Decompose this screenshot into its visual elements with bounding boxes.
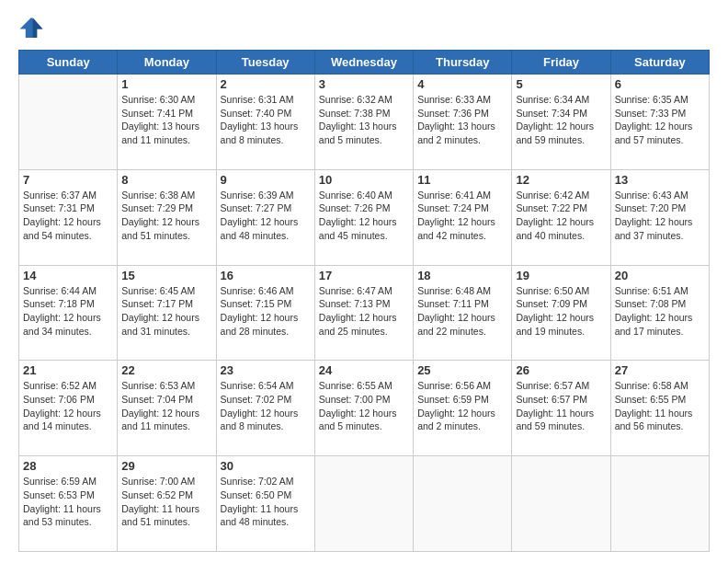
sunset-text: Sunset: 6:57 PM — [516, 393, 606, 407]
sunset-text: Sunset: 7:02 PM — [221, 393, 311, 407]
daylight-text: Daylight: 12 hours and 40 minutes. — [516, 215, 606, 242]
sunrise-text: Sunrise: 6:33 AM — [417, 93, 507, 107]
daylight-text: Daylight: 12 hours and 17 minutes. — [615, 311, 705, 338]
sunrise-text: Sunrise: 6:41 AM — [417, 189, 507, 202]
calendar-cell: 17 Sunrise: 6:47 AM Sunset: 7:13 PM Dayl… — [314, 265, 413, 361]
sunset-text: Sunset: 7:04 PM — [121, 393, 211, 407]
calendar-cell: 21 Sunrise: 6:52 AM Sunset: 7:06 PM Dayl… — [19, 361, 118, 456]
calendar-cell — [19, 75, 118, 170]
sunrise-text: Sunrise: 6:58 AM — [615, 379, 705, 393]
sunrise-text: Sunrise: 7:02 AM — [221, 475, 311, 488]
sunset-text: Sunset: 7:34 PM — [516, 107, 606, 121]
calendar-week-row: 14 Sunrise: 6:44 AM Sunset: 7:18 PM Dayl… — [19, 265, 710, 361]
day-number: 29 — [121, 459, 211, 473]
day-number: 2 — [221, 77, 311, 91]
calendar-cell: 25 Sunrise: 6:56 AM Sunset: 6:59 PM Dayl… — [414, 361, 512, 456]
sunset-text: Sunset: 7:11 PM — [417, 297, 507, 311]
calendar-week-row: 28 Sunrise: 6:59 AM Sunset: 6:53 PM Dayl… — [19, 456, 710, 552]
calendar-cell: 10 Sunrise: 6:40 AM Sunset: 7:26 PM Dayl… — [314, 169, 413, 265]
calendar-cell: 22 Sunrise: 6:53 AM Sunset: 7:04 PM Dayl… — [118, 361, 216, 456]
sunrise-text: Sunrise: 6:42 AM — [516, 189, 606, 202]
day-number: 25 — [417, 363, 507, 377]
day-number: 20 — [615, 269, 705, 282]
day-number: 4 — [417, 77, 507, 91]
calendar-table: SundayMondayTuesdayWednesdayThursdayFrid… — [18, 50, 710, 552]
day-number: 21 — [23, 363, 113, 377]
calendar-cell: 20 Sunrise: 6:51 AM Sunset: 7:08 PM Dayl… — [610, 265, 709, 361]
sunset-text: Sunset: 6:53 PM — [23, 488, 113, 502]
sunrise-text: Sunrise: 6:43 AM — [615, 189, 705, 202]
day-number: 12 — [516, 173, 606, 187]
sunrise-text: Sunrise: 6:54 AM — [221, 379, 311, 393]
calendar-cell: 29 Sunrise: 7:00 AM Sunset: 6:52 PM Dayl… — [118, 456, 216, 552]
calendar-cell: 2 Sunrise: 6:31 AM Sunset: 7:40 PM Dayli… — [216, 75, 314, 170]
sunrise-text: Sunrise: 6:30 AM — [121, 93, 211, 107]
sunset-text: Sunset: 7:06 PM — [23, 393, 113, 407]
day-number: 23 — [221, 363, 311, 377]
calendar-cell — [414, 456, 512, 552]
weekday-header: Friday — [512, 51, 610, 75]
day-number: 16 — [221, 269, 311, 282]
day-number: 30 — [221, 459, 311, 473]
sunset-text: Sunset: 6:55 PM — [615, 393, 705, 407]
day-number: 5 — [516, 77, 606, 91]
calendar-cell: 24 Sunrise: 6:55 AM Sunset: 7:00 PM Dayl… — [314, 361, 413, 456]
sunrise-text: Sunrise: 6:31 AM — [221, 93, 311, 107]
sunrise-text: Sunrise: 6:34 AM — [516, 93, 606, 107]
daylight-text: Daylight: 12 hours and 42 minutes. — [417, 215, 507, 242]
sunrise-text: Sunrise: 6:55 AM — [319, 379, 409, 393]
daylight-text: Daylight: 12 hours and 57 minutes. — [615, 120, 705, 146]
day-number: 13 — [615, 173, 705, 187]
calendar-cell: 14 Sunrise: 6:44 AM Sunset: 7:18 PM Dayl… — [19, 265, 118, 361]
sunrise-text: Sunrise: 6:38 AM — [121, 189, 211, 202]
day-number: 15 — [121, 269, 211, 282]
day-number: 22 — [121, 363, 211, 377]
sunset-text: Sunset: 7:13 PM — [319, 297, 409, 311]
calendar-cell: 4 Sunrise: 6:33 AM Sunset: 7:36 PM Dayli… — [414, 75, 512, 170]
day-number: 10 — [319, 173, 409, 187]
calendar-cell: 27 Sunrise: 6:58 AM Sunset: 6:55 PM Dayl… — [610, 361, 709, 456]
sunset-text: Sunset: 7:26 PM — [319, 201, 409, 215]
day-number: 24 — [319, 363, 409, 377]
sunset-text: Sunset: 7:17 PM — [121, 297, 211, 311]
day-number: 7 — [23, 173, 113, 187]
weekday-header: Thursday — [414, 51, 512, 75]
daylight-text: Daylight: 12 hours and 34 minutes. — [23, 311, 113, 338]
calendar-cell: 11 Sunrise: 6:41 AM Sunset: 7:24 PM Dayl… — [414, 169, 512, 265]
sunset-text: Sunset: 7:27 PM — [221, 201, 311, 215]
daylight-text: Daylight: 12 hours and 2 minutes. — [417, 407, 507, 433]
calendar-cell: 6 Sunrise: 6:35 AM Sunset: 7:33 PM Dayli… — [610, 75, 709, 170]
calendar-cell: 19 Sunrise: 6:50 AM Sunset: 7:09 PM Dayl… — [512, 265, 610, 361]
daylight-text: Daylight: 11 hours and 56 minutes. — [615, 407, 705, 433]
calendar-cell: 28 Sunrise: 6:59 AM Sunset: 6:53 PM Dayl… — [19, 456, 118, 552]
daylight-text: Daylight: 12 hours and 37 minutes. — [615, 215, 705, 242]
weekday-header: Wednesday — [314, 51, 413, 75]
day-number: 28 — [23, 459, 113, 473]
calendar-cell: 12 Sunrise: 6:42 AM Sunset: 7:22 PM Dayl… — [512, 169, 610, 265]
day-number: 1 — [121, 77, 211, 91]
weekday-header: Saturday — [610, 51, 709, 75]
sunrise-text: Sunrise: 6:47 AM — [319, 284, 409, 298]
day-number: 27 — [615, 363, 705, 377]
logo-icon — [18, 15, 44, 40]
daylight-text: Daylight: 12 hours and 48 minutes. — [221, 215, 311, 242]
sunset-text: Sunset: 7:24 PM — [417, 201, 507, 215]
daylight-text: Daylight: 12 hours and 45 minutes. — [319, 215, 409, 242]
calendar-cell: 3 Sunrise: 6:32 AM Sunset: 7:38 PM Dayli… — [314, 75, 413, 170]
calendar-cell: 8 Sunrise: 6:38 AM Sunset: 7:29 PM Dayli… — [118, 169, 216, 265]
day-number: 19 — [516, 269, 606, 282]
calendar-header-row: SundayMondayTuesdayWednesdayThursdayFrid… — [19, 51, 710, 75]
sunrise-text: Sunrise: 6:57 AM — [516, 379, 606, 393]
calendar-cell: 30 Sunrise: 7:02 AM Sunset: 6:50 PM Dayl… — [216, 456, 314, 552]
calendar-cell: 5 Sunrise: 6:34 AM Sunset: 7:34 PM Dayli… — [512, 75, 610, 170]
daylight-text: Daylight: 12 hours and 28 minutes. — [221, 311, 311, 338]
daylight-text: Daylight: 11 hours and 48 minutes. — [221, 502, 311, 529]
daylight-text: Daylight: 13 hours and 11 minutes. — [121, 120, 211, 146]
sunset-text: Sunset: 7:18 PM — [23, 297, 113, 311]
sunrise-text: Sunrise: 6:59 AM — [23, 475, 113, 488]
calendar-cell — [610, 456, 709, 552]
daylight-text: Daylight: 12 hours and 11 minutes. — [121, 407, 211, 433]
sunset-text: Sunset: 7:08 PM — [615, 297, 705, 311]
calendar-week-row: 7 Sunrise: 6:37 AM Sunset: 7:31 PM Dayli… — [19, 169, 710, 265]
daylight-text: Daylight: 11 hours and 51 minutes. — [121, 502, 211, 529]
